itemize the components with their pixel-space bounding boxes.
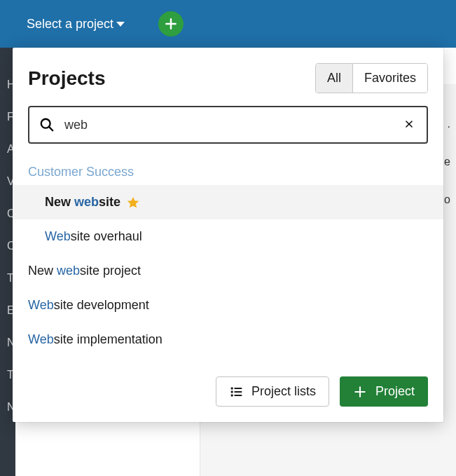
- project-lists-button[interactable]: Project lists: [216, 376, 329, 407]
- result-text: New website project: [28, 264, 141, 278]
- svg-line-1: [49, 127, 53, 130]
- tab-favorites[interactable]: Favorites: [352, 64, 427, 93]
- add-button[interactable]: [158, 11, 184, 36]
- top-bar: Select a project: [0, 0, 456, 48]
- filter-segmented: All Favorites: [315, 63, 428, 93]
- group-label[interactable]: Customer Success: [13, 159, 443, 185]
- result-text: Website overhaul: [45, 229, 142, 244]
- list-icon: [229, 385, 243, 399]
- close-icon: [404, 119, 414, 129]
- result-text: Website development: [28, 298, 149, 313]
- caret-down-icon: [116, 22, 125, 27]
- search-icon: [39, 117, 55, 132]
- search-input[interactable]: [64, 118, 392, 132]
- star-icon: [126, 196, 140, 210]
- new-project-button[interactable]: Project: [340, 376, 428, 407]
- result-item[interactable]: Website implementation: [13, 322, 443, 357]
- panel-header: Projects All Favorites: [13, 48, 443, 106]
- results-list: New website Website overhaul New website…: [13, 185, 443, 357]
- panel-footer: Project lists Project: [13, 357, 443, 422]
- result-item[interactable]: Website development: [13, 288, 443, 322]
- plus-icon: [164, 17, 178, 31]
- result-item[interactable]: Website overhaul: [13, 219, 443, 254]
- result-item[interactable]: New website: [13, 185, 443, 219]
- plus-icon: [353, 385, 367, 399]
- search-box[interactable]: [28, 106, 428, 144]
- result-item[interactable]: New website project: [13, 254, 443, 288]
- project-lists-label: Project lists: [251, 384, 316, 399]
- search-wrap: [13, 106, 443, 159]
- tab-all[interactable]: All: [316, 64, 352, 93]
- result-text: Website implementation: [28, 332, 163, 347]
- result-text: New website: [45, 195, 120, 210]
- new-project-label: Project: [375, 384, 415, 399]
- svg-point-4: [230, 394, 233, 396]
- panel-title: Projects: [28, 67, 106, 90]
- svg-point-2: [230, 387, 233, 389]
- svg-point-3: [230, 390, 233, 393]
- clear-search-button[interactable]: [401, 118, 417, 132]
- select-project-label: Select a project: [27, 17, 113, 32]
- projects-panel: Projects All Favorites Customer Success …: [13, 48, 443, 422]
- select-project-button[interactable]: Select a project: [27, 17, 125, 32]
